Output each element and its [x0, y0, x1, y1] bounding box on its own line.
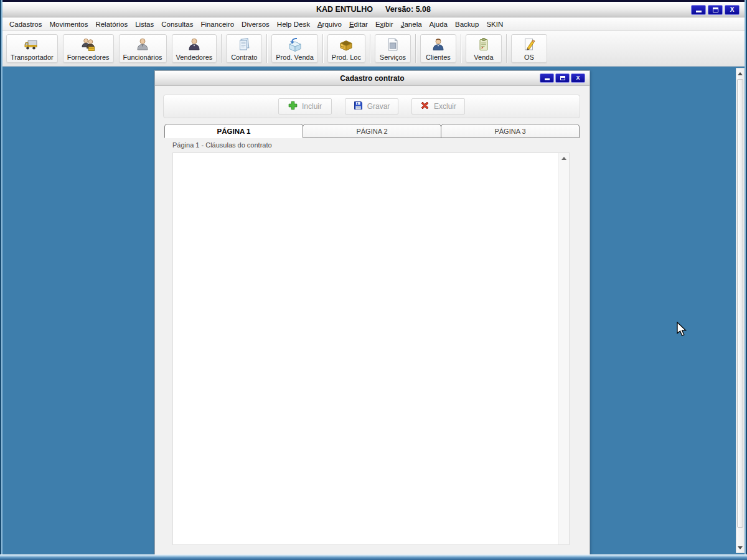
app-version: Versão: 5.08 [385, 5, 431, 14]
toolbar-button-contrato[interactable]: Contrato [226, 34, 262, 63]
action-button-panel: Incluir [163, 95, 580, 118]
tab-strip: PÁGINA 1 PÁGINA 2 PÁGINA 3 [164, 124, 580, 138]
child-window-title: Cadastro contrato [340, 74, 404, 83]
toolbar-separator [370, 34, 370, 63]
maximize-button[interactable] [708, 5, 723, 15]
scroll-up-icon [561, 157, 566, 160]
toolbar-button-transportador[interactable]: Transportador [6, 34, 58, 63]
tab-pagina-1[interactable]: PÁGINA 1 [164, 124, 303, 138]
contract-clauses-textarea[interactable] [172, 152, 570, 545]
toolbar-label: Funcionários [123, 53, 162, 62]
child-window-cadastro-contrato: Cadastro contrato X Incluir [154, 70, 590, 554]
gravar-button[interactable]: Gravar [345, 98, 398, 114]
toolbar: Transportador Fornecedores [1, 31, 746, 67]
toolbar-separator [506, 34, 507, 63]
box-yellow-icon [338, 36, 354, 53]
menu-item-backup[interactable]: Backup [451, 19, 482, 30]
incluir-button[interactable]: Incluir [278, 98, 332, 114]
menu-item-cadastros[interactable]: Cadastros [6, 19, 45, 30]
window-frame-top [0, 0, 747, 2]
menu-item-movimentos[interactable]: Movimentos [45, 19, 92, 30]
menu-bar: Cadastros Movimentos Relatórios Listas C… [1, 17, 746, 31]
toolbar-separator [221, 34, 222, 63]
toolbar-label: OS [524, 53, 534, 62]
window-controls: X [691, 5, 740, 15]
child-client-area: Incluir [155, 86, 590, 554]
child-minimize-button[interactable] [540, 73, 554, 83]
window-frame-right [745, 0, 747, 560]
child-maximize-button[interactable] [555, 73, 570, 83]
close-icon: X [576, 75, 580, 81]
menu-item-skin[interactable]: SKIN [482, 19, 507, 30]
window-frame-left [0, 0, 2, 560]
toolbar-button-clientes[interactable]: Clientes [420, 34, 456, 63]
person-navy-icon [186, 36, 202, 53]
scroll-up-button[interactable] [559, 153, 569, 164]
plus-icon [288, 101, 298, 112]
menu-item-diversos[interactable]: Diversos [238, 19, 273, 30]
document-icon [385, 36, 401, 53]
close-button[interactable]: X [725, 5, 740, 15]
textarea-scrollbar[interactable] [558, 153, 569, 544]
toolbar-separator [322, 34, 323, 63]
maximize-icon [560, 76, 565, 80]
toolbar-separator [415, 34, 416, 63]
menu-item-relatorios[interactable]: Relatórios [92, 19, 131, 30]
main-window: KAD ENTULHO Versão: 5.08 X Cadastros Mov… [0, 0, 747, 560]
toolbar-label: Contrato [231, 53, 257, 62]
toolbar-button-funcionarios[interactable]: Funcionários [119, 34, 167, 63]
menu-item-janela[interactable]: Janela [397, 19, 426, 30]
close-icon: X [730, 7, 735, 13]
main-titlebar: KAD ENTULHO Versão: 5.08 X [1, 2, 746, 17]
toolbar-button-prod-loc[interactable]: Prod. Loc [327, 34, 365, 63]
toolbar-button-vendedores[interactable]: Vendedores [172, 34, 217, 63]
toolbar-separator [266, 34, 267, 63]
maximize-icon [713, 7, 718, 12]
tab-pagina-2[interactable]: PÁGINA 2 [303, 124, 441, 138]
toolbar-label: Clientes [426, 53, 451, 62]
excluir-button[interactable]: Excluir [411, 98, 465, 114]
page-pencil-icon [521, 36, 537, 53]
toolbar-label: Vendedores [176, 53, 213, 62]
child-close-button[interactable]: X [571, 73, 585, 83]
menu-item-arquivo[interactable]: Arquivo [314, 19, 345, 30]
toolbar-label: Venda [474, 53, 493, 62]
mdi-scroll-up-button[interactable] [736, 68, 744, 78]
menu-item-listas[interactable]: Listas [131, 19, 157, 30]
save-icon [354, 101, 363, 112]
mdi-scrollbar-thumb[interactable] [737, 79, 743, 528]
scroll-up-icon [738, 72, 743, 75]
scroll-down-icon [738, 546, 743, 549]
app-title: KAD ENTULHO [316, 5, 373, 14]
menu-item-consultas[interactable]: Consultas [157, 19, 197, 30]
toolbar-button-os[interactable]: OS [511, 34, 547, 63]
truck-icon [24, 36, 40, 53]
minimize-button[interactable] [691, 5, 706, 15]
menu-item-financeiro[interactable]: Financeiro [197, 19, 238, 30]
people-pair-icon [80, 36, 96, 53]
person-gray-icon [134, 36, 151, 53]
toolbar-label: Prod. Loc [332, 53, 361, 62]
box-arrow-icon [287, 36, 303, 53]
menu-item-exibir[interactable]: Exibir [372, 19, 397, 30]
mdi-desktop: Cadastro contrato X Incluir [2, 67, 745, 554]
toolbar-button-fornecedores[interactable]: Fornecedores [63, 34, 114, 63]
minimize-icon [696, 11, 702, 12]
clipboard-icon [476, 36, 492, 53]
toolbar-label: Serviços [380, 53, 406, 62]
toolbar-label: Prod. Venda [276, 53, 314, 62]
mdi-scroll-down-button[interactable] [736, 543, 744, 553]
toolbar-button-prod-venda[interactable]: Prod. Venda [271, 34, 318, 63]
menu-item-ajuda[interactable]: Ajuda [426, 19, 451, 30]
child-titlebar: Cadastro contrato X [155, 71, 590, 86]
toolbar-button-servicos[interactable]: Serviços [375, 34, 411, 63]
page-label: Página 1 - Cláusulas do contrato [172, 141, 272, 149]
tab-pagina-3[interactable]: PÁGINA 3 [441, 124, 580, 138]
toolbar-button-venda[interactable]: Venda [466, 34, 502, 63]
toolbar-separator [461, 34, 461, 63]
menu-item-editar[interactable]: Editar [345, 19, 372, 30]
mdi-scrollbar[interactable] [736, 68, 745, 553]
menu-item-help-desk[interactable]: Help Desk [273, 19, 314, 30]
child-window-controls: X [540, 73, 585, 83]
toolbar-label: Fornecedores [67, 53, 110, 62]
